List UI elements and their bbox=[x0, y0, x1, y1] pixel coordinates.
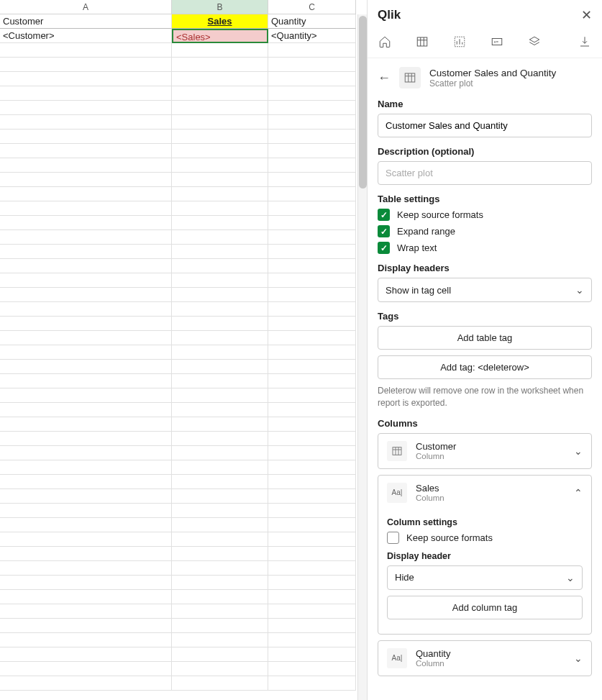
empty-cell[interactable] bbox=[0, 504, 172, 518]
empty-cell[interactable] bbox=[268, 86, 356, 101]
cell-header-quantity[interactable]: Quantity bbox=[268, 14, 356, 29]
empty-cell[interactable] bbox=[172, 532, 268, 547]
download-icon[interactable] bbox=[578, 35, 592, 49]
empty-cell[interactable] bbox=[268, 158, 356, 173]
description-input[interactable] bbox=[378, 161, 592, 185]
cell-header-sales[interactable]: Sales bbox=[172, 14, 268, 29]
keep-formats-row[interactable]: Keep source formats bbox=[378, 209, 592, 221]
empty-cell[interactable] bbox=[0, 173, 172, 187]
checkbox-wrap-text[interactable] bbox=[378, 242, 390, 254]
empty-cell[interactable] bbox=[172, 129, 268, 144]
back-arrow-icon[interactable]: ← bbox=[378, 71, 391, 86]
empty-cell[interactable] bbox=[268, 173, 356, 187]
empty-cell[interactable] bbox=[172, 547, 268, 561]
empty-cell[interactable] bbox=[0, 590, 172, 604]
checkbox-expand-range[interactable] bbox=[378, 225, 390, 237]
empty-cell[interactable] bbox=[0, 360, 172, 374]
empty-cell[interactable] bbox=[172, 144, 268, 158]
empty-cell[interactable] bbox=[0, 676, 172, 691]
empty-cell[interactable] bbox=[0, 547, 172, 561]
empty-cell[interactable] bbox=[268, 216, 356, 230]
display-headers-select[interactable]: Show in tag cell ⌄ bbox=[378, 278, 592, 302]
empty-cell[interactable] bbox=[0, 129, 172, 144]
empty-cell[interactable] bbox=[172, 489, 268, 504]
empty-cell[interactable] bbox=[268, 72, 356, 86]
empty-cell[interactable] bbox=[0, 187, 172, 201]
empty-cell[interactable] bbox=[172, 417, 268, 432]
empty-cell[interactable] bbox=[0, 604, 172, 619]
empty-cell[interactable] bbox=[268, 633, 356, 647]
col-header-b[interactable]: B bbox=[172, 0, 268, 14]
checkbox-keep-formats[interactable] bbox=[378, 209, 390, 221]
sales-keep-formats-row[interactable]: Keep source formats bbox=[387, 532, 583, 544]
empty-cell[interactable] bbox=[172, 216, 268, 230]
empty-cell[interactable] bbox=[0, 619, 172, 633]
empty-cell[interactable] bbox=[268, 518, 356, 532]
empty-cell[interactable] bbox=[172, 374, 268, 388]
empty-cell[interactable] bbox=[268, 273, 356, 288]
empty-cell[interactable] bbox=[268, 388, 356, 403]
empty-cell[interactable] bbox=[0, 403, 172, 417]
empty-cell[interactable] bbox=[172, 662, 268, 676]
empty-cell[interactable] bbox=[172, 432, 268, 446]
add-table-tag-button[interactable]: Add table tag bbox=[378, 326, 592, 350]
empty-cell[interactable] bbox=[268, 647, 356, 662]
empty-cell[interactable] bbox=[268, 201, 356, 216]
empty-cell[interactable] bbox=[172, 115, 268, 129]
table-icon[interactable] bbox=[415, 35, 429, 49]
empty-cell[interactable] bbox=[0, 475, 172, 489]
cell-tag-quantity[interactable]: <Quantity> bbox=[268, 29, 356, 43]
empty-cell[interactable] bbox=[0, 259, 172, 273]
empty-cell[interactable] bbox=[172, 273, 268, 288]
col-header-a[interactable]: A bbox=[0, 0, 172, 14]
empty-cell[interactable] bbox=[172, 619, 268, 633]
empty-cell[interactable] bbox=[0, 144, 172, 158]
empty-cell[interactable] bbox=[0, 245, 172, 259]
empty-cell[interactable] bbox=[172, 633, 268, 647]
empty-cell[interactable] bbox=[0, 532, 172, 547]
column-header-customer[interactable]: Customer Column ⌄ bbox=[378, 434, 591, 468]
display-header-select[interactable]: Hide ⌄ bbox=[387, 565, 583, 590]
empty-cell[interactable] bbox=[268, 475, 356, 489]
empty-cell[interactable] bbox=[268, 101, 356, 115]
empty-cell[interactable] bbox=[268, 662, 356, 676]
empty-cell[interactable] bbox=[268, 187, 356, 201]
empty-cell[interactable] bbox=[0, 43, 172, 58]
empty-cell[interactable] bbox=[0, 460, 172, 475]
empty-cell[interactable] bbox=[0, 331, 172, 345]
empty-cell[interactable] bbox=[0, 101, 172, 115]
add-column-tag-button[interactable]: Add column tag bbox=[387, 596, 583, 619]
empty-cell[interactable] bbox=[268, 374, 356, 388]
col-header-c[interactable]: C bbox=[268, 0, 356, 14]
empty-cell[interactable] bbox=[268, 317, 356, 331]
empty-cell[interactable] bbox=[0, 417, 172, 432]
empty-cell[interactable] bbox=[172, 518, 268, 532]
empty-cell[interactable] bbox=[0, 158, 172, 173]
empty-cell[interactable] bbox=[0, 72, 172, 86]
empty-cell[interactable] bbox=[172, 360, 268, 374]
empty-cell[interactable] bbox=[0, 201, 172, 216]
empty-cell[interactable] bbox=[172, 173, 268, 187]
home-icon[interactable] bbox=[378, 35, 392, 49]
empty-cell[interactable] bbox=[268, 129, 356, 144]
chart-icon[interactable] bbox=[452, 35, 467, 49]
empty-cell[interactable] bbox=[268, 590, 356, 604]
empty-cell[interactable] bbox=[172, 317, 268, 331]
empty-cell[interactable] bbox=[0, 86, 172, 101]
empty-cell[interactable] bbox=[0, 302, 172, 317]
cell-tag-customer[interactable]: <Customer> bbox=[0, 29, 172, 43]
empty-cell[interactable] bbox=[0, 446, 172, 460]
empty-cell[interactable] bbox=[268, 288, 356, 302]
cell-header-customer[interactable]: Customer bbox=[0, 14, 172, 29]
empty-cell[interactable] bbox=[172, 504, 268, 518]
empty-cell[interactable] bbox=[0, 374, 172, 388]
empty-cell[interactable] bbox=[268, 115, 356, 129]
cell-tag-sales[interactable]: <Sales> bbox=[172, 29, 268, 43]
empty-cell[interactable] bbox=[268, 144, 356, 158]
checkbox-sales-keep-formats[interactable] bbox=[387, 532, 399, 544]
vertical-scrollbar[interactable] bbox=[357, 14, 367, 700]
empty-cell[interactable] bbox=[268, 619, 356, 633]
empty-cell[interactable] bbox=[0, 647, 172, 662]
empty-cell[interactable] bbox=[172, 345, 268, 360]
empty-cell[interactable] bbox=[172, 403, 268, 417]
